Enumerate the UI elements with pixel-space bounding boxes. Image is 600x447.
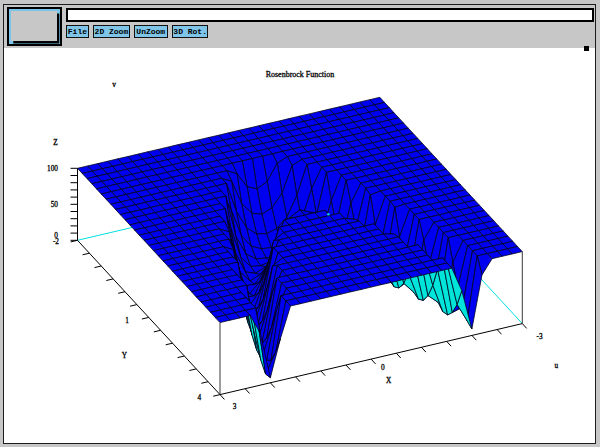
svg-text:0: 0 — [381, 363, 385, 372]
svg-text:Y: Y — [122, 351, 128, 360]
svg-text:-3: -3 — [536, 332, 542, 341]
svg-text:Rosenbrock Function: Rosenbrock Function — [266, 70, 335, 79]
svg-text:u: u — [555, 361, 559, 370]
svg-text:1: 1 — [125, 316, 129, 325]
svg-text:50: 50 — [51, 200, 59, 209]
svg-text:3: 3 — [233, 402, 237, 411]
svg-text:4: 4 — [198, 393, 202, 402]
svg-text:Z: Z — [53, 138, 58, 147]
svg-text:100: 100 — [47, 164, 58, 173]
svg-text:v: v — [112, 80, 116, 89]
svg-text:X: X — [386, 376, 392, 385]
svg-text:-2: -2 — [53, 237, 59, 246]
